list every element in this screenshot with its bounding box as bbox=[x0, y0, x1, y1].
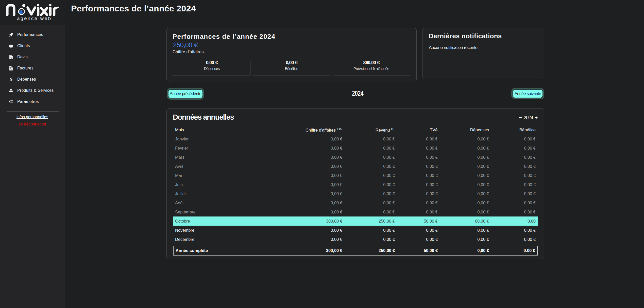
svg-text:agence web: agence web bbox=[17, 16, 52, 21]
